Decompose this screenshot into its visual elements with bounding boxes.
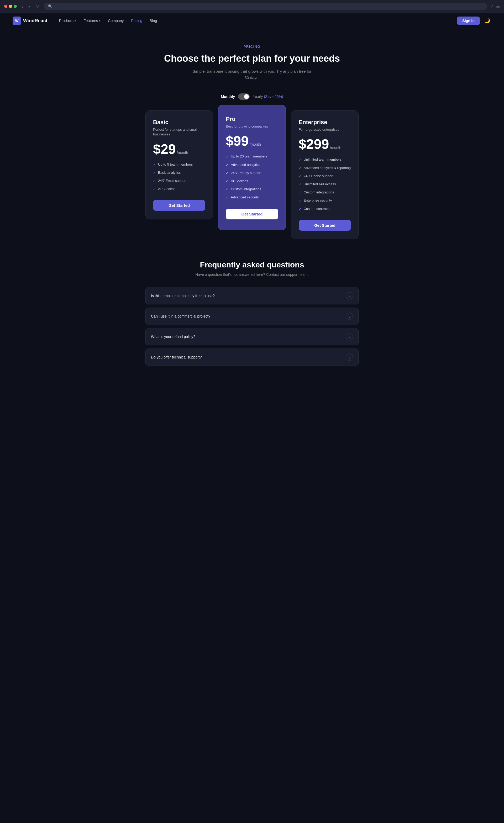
faq-chevron-icon-1: ⌄ [346,292,353,299]
price-row-pro: $99 /month [226,134,278,148]
faq-list: Is this template completely free to use?… [145,287,359,366]
nav-links: Products ▾ Features ▾ Company Pricing Bl… [56,17,449,25]
nav-item-pricing[interactable]: Pricing [128,17,145,25]
address-input[interactable] [54,4,483,8]
nav-item-features[interactable]: Features ▾ [80,17,104,25]
price-row-basic: $29 /month [153,142,205,156]
nav-item-blog[interactable]: Blog [147,17,160,25]
browser-controls: ⤢ ☰ [490,4,500,9]
logo[interactable]: W WindReact [13,17,47,25]
nav-forward[interactable]: › [27,3,31,10]
search-icon: 🔍 [48,4,52,8]
feature-item: ✓ Custom contracts [299,206,351,211]
check-icon: ✓ [226,179,229,184]
price-period-basic: /month [177,150,188,155]
check-icon: ✓ [299,157,302,162]
check-icon: ✓ [226,187,229,192]
feature-item: ✓ 24/7 Priority support [226,171,278,176]
check-icon: ✓ [153,171,156,175]
plan-desc-pro: Best for growing companies [226,124,278,129]
faq-chevron-icon-2: ⌄ [346,313,353,320]
price-period-pro: /month [249,142,261,146]
check-icon: ✓ [299,182,302,187]
feature-item: ✓ Unlimited API Access [299,182,351,187]
check-icon: ✓ [153,179,156,183]
dot-red[interactable] [4,5,7,8]
faq-question-1: Is this template completely free to use? [151,294,215,298]
faq-item-2[interactable]: Can I use it in a commercial project? ⌄ [145,308,359,325]
billing-toggle-switch[interactable] [238,94,249,100]
pricing-title: Choose the perfect plan for your needs [145,53,359,64]
nav-back[interactable]: ‹ [20,3,25,10]
navbar: W WindReact Products ▾ Features ▾ Compan… [0,13,504,29]
dot-green[interactable] [14,5,17,8]
feature-item: ✓ API Access [226,179,278,184]
feature-item: ✓ 24/7 Phone support [299,174,351,179]
feature-item: ✓ API Access [153,187,205,192]
feature-item: ✓ Up to 5 team members [153,162,205,167]
features-list-basic: ✓ Up to 5 team members ✓ Basic analytics… [153,162,205,192]
check-icon: ✓ [299,166,302,171]
faq-item-1[interactable]: Is this template completely free to use?… [145,287,359,304]
price-amount-enterprise: $299 [299,137,329,151]
faq-chevron-icon-4: ⌄ [346,353,353,361]
plan-basic: Basic Perfect for startups and small bus… [145,110,213,219]
nav-item-products[interactable]: Products ▾ [56,17,79,25]
faq-item-3[interactable]: What is your refund policy? ⌄ [145,328,359,345]
price-amount-pro: $99 [226,134,248,148]
feature-item: ✓ Advanced analytics & reporting [299,166,351,171]
pro-cta-button[interactable]: Get Started [226,209,278,219]
check-icon: ✓ [226,171,229,176]
logo-text: WindReact [23,18,47,24]
pricing-hero: PRICING Choose the perfect plan for your… [145,45,359,81]
faq-title: Frequently asked questions [145,260,359,269]
feature-item: ✓ Unlimited team members [299,157,351,162]
save-badge: (Save 20%) [264,95,283,99]
nav-refresh[interactable]: ↻ [34,3,41,10]
monthly-label: Monthly [221,95,235,99]
price-amount-basic: $29 [153,142,176,156]
dark-mode-toggle[interactable]: 🌙 [483,17,491,25]
browser-address-bar[interactable]: 🔍 [44,3,487,10]
chevron-down-icon: ▾ [74,19,76,23]
plan-name-basic: Basic [153,119,205,126]
signin-button[interactable]: Sign In [457,17,480,25]
faq-item-4[interactable]: Do you offer technical support? ⌄ [145,348,359,366]
expand-icon[interactable]: ⤢ [490,4,494,9]
check-icon: ✓ [299,174,302,179]
nav-item-company[interactable]: Company [105,17,127,25]
feature-item: ✓ Up to 20 team members [226,154,278,159]
features-list-enterprise: ✓ Unlimited team members ✓ Advanced anal… [299,157,351,211]
features-list-pro: ✓ Up to 20 team members ✓ Advanced analy… [226,154,278,200]
plan-desc-basic: Perfect for startups and small businesse… [153,127,205,137]
feature-item: ✓ Custom integrations [226,187,278,192]
feature-item: ✓ Advanced security [226,195,278,200]
main-content: PRICING Choose the perfect plan for your… [139,29,365,392]
check-icon: ✓ [299,198,302,203]
browser-dots [4,5,17,8]
pricing-subtitle: Simple, transparent pricing that grows w… [145,68,359,81]
toggle-knob [244,94,249,99]
enterprise-cta-button[interactable]: Get Started [299,220,351,231]
faq-question-2: Can I use it in a commercial project? [151,314,210,318]
faq-subtitle: Have a question that's not answered here… [145,273,359,277]
check-icon: ✓ [226,154,229,159]
faq-section: Frequently asked questions Have a questi… [145,260,359,366]
plan-pro: Pro Best for growing companies $99 /mont… [218,105,286,230]
faq-question-3: What is your refund policy? [151,335,195,339]
faq-question-4: Do you offer technical support? [151,355,202,359]
basic-cta-button[interactable]: Get Started [153,200,205,211]
logo-icon: W [13,17,21,25]
check-icon: ✓ [299,190,302,195]
faq-chevron-icon-3: ⌄ [346,333,353,340]
feature-item: ✓ Basic analytics [153,170,205,175]
check-icon: ✓ [153,187,156,192]
pricing-label: PRICING [145,45,359,48]
plan-name-pro: Pro [226,116,278,123]
dot-yellow[interactable] [9,5,12,8]
plan-desc-enterprise: For large-scale enterprises [299,127,351,132]
menu-icon[interactable]: ☰ [496,4,500,9]
feature-item: ✓ Custom integrations [299,190,351,195]
check-icon: ✓ [226,195,229,200]
yearly-label: Yearly (Save 20%) [253,95,283,99]
